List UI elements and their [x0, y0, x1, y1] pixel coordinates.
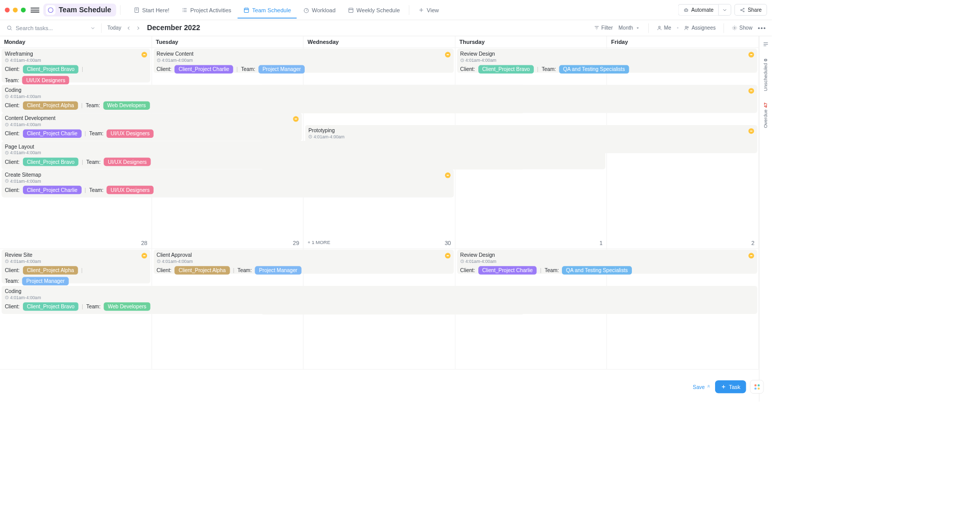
more-button[interactable]	[758, 27, 765, 29]
svg-rect-4	[349, 8, 353, 12]
toolbar-right: Filter Month Me • Assignees Show	[594, 23, 766, 33]
status-icon	[748, 253, 754, 258]
week-row: 28 29 + 1 MORE30 1 2 Wireframing 4:01am-…	[0, 48, 759, 249]
next-button[interactable]	[134, 24, 142, 32]
calendar-week-icon	[348, 7, 354, 13]
save-button[interactable]: Save	[693, 384, 711, 390]
window-controls	[5, 8, 26, 12]
task-card[interactable]: Coding 4:01am-4:00am Client:Client_Proje…	[2, 286, 757, 314]
client-tag: Client_Project Bravo	[23, 65, 79, 74]
task-time: 4:01am-4:00am	[157, 259, 451, 263]
task-title: Review Site	[5, 252, 146, 258]
team-tag: Project Manager	[255, 266, 302, 275]
task-title: Wireframing	[5, 51, 146, 57]
calendar-icon	[243, 7, 250, 13]
filter-icon	[594, 26, 599, 31]
apps-button[interactable]	[750, 380, 764, 394]
svg-point-12	[658, 26, 660, 28]
task-card[interactable]: Review Content 4:01am-4:00am Client:Clie…	[154, 48, 454, 72]
window-minimize[interactable]	[13, 8, 17, 12]
status-icon	[445, 253, 451, 258]
tab-workload[interactable]: Workload	[298, 2, 341, 18]
search-input[interactable]: Search tasks...	[7, 25, 87, 31]
tab-start-here[interactable]: Start Here!	[128, 2, 175, 18]
prev-button[interactable]	[125, 24, 133, 32]
tab-label: Workload	[312, 7, 335, 13]
calendar-grid[interactable]: 28 29 + 1 MORE30 1 2 Wireframing 4:01am-…	[0, 48, 759, 402]
divider	[724, 23, 724, 33]
overdue-rail[interactable]: Overdue 47	[763, 103, 768, 128]
tab-label: Team Schedule	[252, 7, 291, 13]
status-icon	[748, 88, 754, 93]
task-card[interactable]: Content Development 4:01am-4:00am Client…	[2, 113, 302, 141]
tab-weekly-schedule[interactable]: Weekly Schedule	[342, 2, 405, 18]
chevron-down-icon	[722, 7, 728, 13]
team-tag: UI/UX Designers	[22, 76, 69, 85]
assignees-button[interactable]: Assignees	[684, 25, 716, 31]
task-title: Create Sitemap	[5, 172, 450, 178]
show-button[interactable]: Show	[732, 25, 752, 31]
status-icon	[748, 52, 754, 58]
task-title: Prototyping	[308, 128, 754, 134]
divider	[101, 23, 102, 33]
task-card[interactable]: Review Design 4:01am-4:00am Client:Clien…	[457, 48, 757, 72]
status-icon	[748, 128, 754, 134]
task-title: Review Design	[460, 51, 754, 57]
team-tag: Web Developers	[103, 101, 150, 110]
window-maximize[interactable]	[21, 8, 26, 12]
automate-split: Automate	[678, 4, 731, 16]
task-card[interactable]: Review Site 4:01am-4:00am Client:Client_…	[2, 250, 150, 283]
search-dropdown-icon[interactable]	[90, 25, 95, 31]
team-tag: Project Manager	[22, 277, 69, 286]
team-tag: UI/UX Designers	[104, 158, 151, 166]
svg-point-14	[688, 27, 689, 28]
task-time: 4:01am-4:00am	[5, 179, 450, 183]
task-card[interactable]: Wireframing 4:01am-4:00am Client:Client_…	[2, 48, 150, 82]
task-card[interactable]: Review Design 4:01am-4:00am Client:Clien…	[457, 250, 757, 274]
settings-lines-icon[interactable]	[762, 41, 769, 47]
divider	[120, 5, 120, 15]
task-card[interactable]: Create Sitemap 4:01am-4:00am Client:Clie…	[2, 169, 454, 198]
add-view-button[interactable]: View	[412, 2, 445, 18]
task-card[interactable]: Coding 4:01am-4:00am Client:Client_Proje…	[2, 85, 757, 113]
me-button[interactable]: Me	[657, 25, 671, 31]
calendar-main: Monday Tuesday Wednesday Thursday Friday…	[0, 36, 759, 402]
filter-button[interactable]: Filter	[594, 25, 613, 31]
svg-point-0	[48, 8, 53, 12]
task-title: Review Content	[157, 51, 451, 57]
tab-label: Start Here!	[142, 7, 169, 13]
date-nav	[125, 24, 142, 32]
task-card[interactable]: Client Approval 4:01am-4:00am Client:Cli…	[154, 250, 454, 274]
window-close[interactable]	[5, 8, 9, 12]
task-title: Review Design	[460, 252, 754, 258]
task-title: Coding	[5, 288, 754, 295]
tab-project-activities[interactable]: Project Activities	[176, 2, 237, 18]
apps-grid-icon	[754, 384, 760, 389]
user-icon	[657, 26, 662, 31]
week-row: Review Site 4:01am-4:00am Client:Client_…	[0, 249, 759, 369]
hamburger-icon[interactable]	[31, 6, 39, 14]
tab-team-schedule[interactable]: Team Schedule	[238, 2, 297, 18]
weekday: Monday	[0, 36, 152, 47]
task-title: Coding	[5, 87, 754, 93]
svg-point-9	[744, 8, 745, 9]
task-time: 4:01am-4:00am	[5, 94, 754, 99]
plus-icon	[721, 384, 726, 390]
team-tag: UI/UX Designers	[107, 186, 154, 195]
automate-dropdown[interactable]	[718, 4, 731, 16]
side-rail: Unscheduled 0 Overdue 47	[759, 36, 772, 402]
svg-point-10	[744, 11, 745, 12]
divider	[648, 23, 649, 33]
task-title: Client Approval	[157, 252, 451, 258]
more-link[interactable]: + 1 MORE	[308, 239, 330, 245]
automate-button[interactable]: Automate	[678, 4, 718, 16]
unscheduled-rail[interactable]: Unscheduled 0	[763, 59, 768, 91]
share-button[interactable]: Share	[734, 4, 767, 16]
client-tag: Client_Project Bravo	[23, 158, 79, 166]
page-title: Team Schedule	[59, 6, 111, 14]
create-task-button[interactable]: Task	[715, 380, 746, 393]
users-icon	[684, 26, 690, 31]
today-button[interactable]: Today	[107, 25, 121, 31]
task-card[interactable]: Page Layout 4:01am-4:00am Client:Client_…	[2, 141, 605, 169]
month-selector[interactable]: Month	[619, 25, 641, 31]
